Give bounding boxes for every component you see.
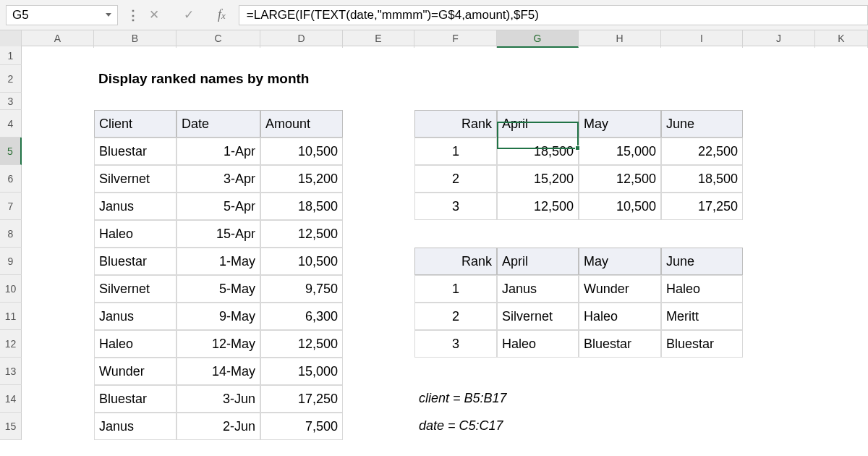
col-header-E[interactable]: E xyxy=(343,30,414,48)
select-all-corner[interactable] xyxy=(0,30,22,48)
cell[interactable]: 7,500 xyxy=(260,413,343,440)
cell[interactable]: Bluestar xyxy=(94,385,176,413)
table2-header[interactable]: April xyxy=(497,110,579,138)
cell[interactable]: 17,250 xyxy=(260,385,343,413)
cell[interactable]: 18,500 xyxy=(260,193,343,220)
col-header-I[interactable]: I xyxy=(661,30,743,48)
chevron-down-icon[interactable] xyxy=(106,13,111,17)
cell[interactable]: Janus xyxy=(497,275,579,303)
cell[interactable]: Silvernet xyxy=(497,303,579,330)
col-header-B[interactable]: B xyxy=(94,30,176,48)
cell[interactable]: 1-May xyxy=(176,248,260,275)
table2-header[interactable]: June xyxy=(661,110,743,138)
cell[interactable]: 12,500 xyxy=(497,193,579,220)
cell[interactable]: Janus xyxy=(94,303,176,330)
row-header[interactable]: 8 xyxy=(0,220,22,248)
cell[interactable]: Wunder xyxy=(94,358,176,385)
cell[interactable]: Haleo xyxy=(661,275,743,303)
col-header-C[interactable]: C xyxy=(176,30,260,48)
table2-header[interactable]: Rank xyxy=(414,110,497,138)
cell[interactable]: Haleo xyxy=(94,330,176,358)
cell[interactable]: 9,750 xyxy=(260,275,343,303)
cell[interactable]: 10,500 xyxy=(579,193,661,220)
cell[interactable]: 2-Jun xyxy=(176,413,260,440)
cell[interactable]: Meritt xyxy=(661,303,743,330)
col-header-K[interactable]: K xyxy=(815,30,868,48)
cell[interactable]: 15,000 xyxy=(260,358,343,385)
cell[interactable]: 10,500 xyxy=(260,248,343,275)
row-header[interactable]: 13 xyxy=(0,358,22,385)
cell[interactable]: 1 xyxy=(414,275,497,303)
cell[interactable]: 1-Apr xyxy=(176,138,260,165)
row-header[interactable]: 15 xyxy=(0,413,22,440)
cell[interactable]: 3 xyxy=(414,330,497,358)
cell[interactable]: 12-May xyxy=(176,330,260,358)
cell[interactable]: 5-May xyxy=(176,275,260,303)
cell-G5[interactable]: 18,500 xyxy=(497,138,579,165)
row-header[interactable]: 6 xyxy=(0,165,22,193)
col-header-J[interactable]: J xyxy=(743,30,815,48)
row-header[interactable]: 9 xyxy=(0,248,22,275)
row-header[interactable]: 4 xyxy=(0,110,22,138)
row-header[interactable]: 11 xyxy=(0,303,22,330)
col-header-F[interactable]: F xyxy=(414,30,497,48)
cell[interactable]: 3-Apr xyxy=(176,165,260,193)
cell[interactable]: 1 xyxy=(414,138,497,165)
cell[interactable]: 15,200 xyxy=(260,165,343,193)
cancel-icon[interactable]: ✕ xyxy=(147,7,161,22)
row-header[interactable]: 2 xyxy=(0,65,22,93)
cell[interactable]: 3 xyxy=(414,193,497,220)
cell[interactable]: 3-Jun xyxy=(176,385,260,413)
cell[interactable]: 6,300 xyxy=(260,303,343,330)
cell[interactable]: 15-Apr xyxy=(176,220,260,248)
row-header[interactable]: 10 xyxy=(0,275,22,303)
cell[interactable]: Bluestar xyxy=(94,248,176,275)
cell[interactable]: 22,500 xyxy=(661,138,743,165)
table3-header[interactable]: June xyxy=(661,248,743,275)
cell[interactable]: 2 xyxy=(414,165,497,193)
col-header-H[interactable]: H xyxy=(579,30,661,48)
cell[interactable]: Haleo xyxy=(579,303,661,330)
cell[interactable]: 9-May xyxy=(176,303,260,330)
formula-input[interactable]: =LARGE(IF(TEXT(date,"mmmm")=G$4,amount),… xyxy=(239,5,868,25)
col-header-G[interactable]: G xyxy=(497,30,579,48)
cell[interactable]: 10,500 xyxy=(260,138,343,165)
table3-header[interactable]: Rank xyxy=(414,248,497,275)
cell[interactable]: Janus xyxy=(94,413,176,440)
cell[interactable]: Silvernet xyxy=(94,275,176,303)
cell[interactable]: 17,250 xyxy=(661,193,743,220)
row-header[interactable]: 1 xyxy=(0,46,22,65)
cell[interactable]: 12,500 xyxy=(579,165,661,193)
cell[interactable]: Wunder xyxy=(579,275,661,303)
row-header[interactable]: 3 xyxy=(0,93,22,110)
cell[interactable]: 2 xyxy=(414,303,497,330)
row-header[interactable]: 14 xyxy=(0,385,22,413)
cell[interactable]: Silvernet xyxy=(94,165,176,193)
cell[interactable]: 15,200 xyxy=(497,165,579,193)
row-header[interactable]: 7 xyxy=(0,193,22,220)
table3-header[interactable]: May xyxy=(579,248,661,275)
cell[interactable]: 5-Apr xyxy=(176,193,260,220)
fx-icon[interactable]: fx xyxy=(218,7,226,22)
spreadsheet[interactable]: A B C D E F G H I J K 1 2 Display ranked… xyxy=(0,30,868,440)
table3-header[interactable]: April xyxy=(497,248,579,275)
cell[interactable]: Bluestar xyxy=(94,138,176,165)
name-box[interactable]: G5 xyxy=(6,5,118,25)
cell[interactable]: 12,500 xyxy=(260,220,343,248)
col-header-D[interactable]: D xyxy=(260,30,343,48)
table2-header[interactable]: May xyxy=(579,110,661,138)
cell[interactable]: Bluestar xyxy=(579,330,661,358)
cell[interactable]: Bluestar xyxy=(661,330,743,358)
cell[interactable]: 14-May xyxy=(176,358,260,385)
table1-header[interactable]: Date xyxy=(176,110,260,138)
cell[interactable]: Janus xyxy=(94,193,176,220)
col-header-A[interactable]: A xyxy=(22,30,94,48)
cell[interactable]: Haleo xyxy=(94,220,176,248)
cell[interactable]: 12,500 xyxy=(260,330,343,358)
row-header[interactable]: 5 xyxy=(0,138,22,165)
enter-icon[interactable]: ✓ xyxy=(182,7,196,22)
cell[interactable]: Haleo xyxy=(497,330,579,358)
table1-header[interactable]: Amount xyxy=(260,110,343,138)
cell[interactable]: 18,500 xyxy=(661,165,743,193)
cell[interactable]: 15,000 xyxy=(579,138,661,165)
